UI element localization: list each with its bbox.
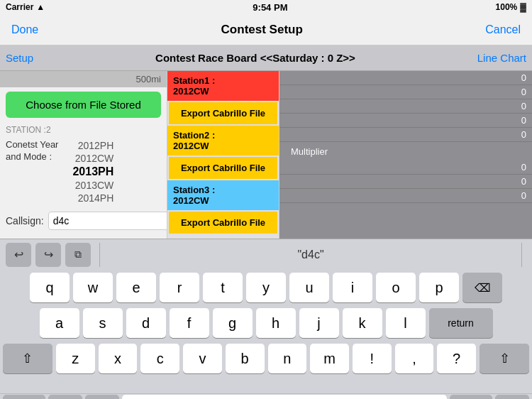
- export-cabrillo-3-button[interactable]: Export Cabrillo File: [169, 212, 277, 234]
- autocomplete-text: "d4c": [297, 248, 323, 261]
- key-c[interactable]: c: [140, 344, 179, 373]
- key-w[interactable]: w: [73, 273, 113, 302]
- key-e[interactable]: e: [116, 273, 156, 302]
- bottom-bar: .?123 ☺ 🎤 .?123 ⌨: [0, 393, 532, 399]
- keyboard-dismiss-button[interactable]: ⌨: [495, 395, 529, 400]
- key-r[interactable]: r: [160, 273, 199, 302]
- keyboard-area: ↩ ↪ ⧉ "d4c" q w e r t y u i o p ⌫ a: [0, 239, 532, 399]
- data-row-2: 0: [279, 99, 532, 114]
- copy-button[interactable]: ⧉: [65, 243, 91, 267]
- multiplier-row: Multiplier: [279, 142, 532, 160]
- redo-icon: ↪: [44, 248, 53, 261]
- num-pad-button-left[interactable]: .?123: [3, 395, 45, 400]
- key-a[interactable]: a: [40, 308, 79, 338]
- board-title: Contest Race Board <<Saturday : 0 Z>>: [33, 52, 477, 64]
- key-exclaim[interactable]: !: [353, 344, 392, 373]
- emoji-button[interactable]: ☺: [48, 395, 82, 400]
- key-return[interactable]: return: [429, 308, 493, 338]
- station-1-header: Station1 :2012CW: [167, 71, 279, 101]
- callsign-row: 500mi: [0, 71, 167, 87]
- left-panel: 500mi Choose from File Stored STATION :2…: [0, 71, 167, 239]
- key-p[interactable]: p: [419, 273, 459, 302]
- key-s[interactable]: s: [83, 308, 123, 338]
- callsign-input[interactable]: [48, 212, 167, 230]
- year-option-2012ph[interactable]: 2012PH: [72, 139, 113, 152]
- battery-label: 100%: [496, 2, 518, 12]
- key-x[interactable]: x: [99, 344, 138, 373]
- data-row-4: 0: [279, 128, 532, 142]
- year-mode-label: Conetst Year and Mode :: [6, 139, 70, 163]
- key-v[interactable]: v: [183, 344, 222, 373]
- key-b[interactable]: b: [226, 344, 265, 373]
- key-l[interactable]: l: [386, 308, 426, 338]
- export-cabrillo-2-button[interactable]: Export Cabrillo File: [169, 157, 277, 179]
- copy-icon: ⧉: [74, 248, 82, 261]
- data-row-0: 0: [279, 71, 532, 85]
- keyboard-row-1: q w e r t y u i o p ⌫: [3, 273, 529, 302]
- station-3-block: Station3 :2012CW Export Cabrillo File: [167, 180, 279, 234]
- undo-button[interactable]: ↩: [6, 243, 31, 267]
- station-3-header: Station3 :2012CW: [167, 180, 279, 210]
- status-bar: Carrier ▲ 9:54 PM 100% ▓: [0, 0, 532, 14]
- multiplier-label: Multiplier: [285, 143, 333, 160]
- key-j[interactable]: j: [299, 308, 339, 338]
- line-chart-link[interactable]: Line Chart: [477, 52, 526, 64]
- nav-right: Cancel: [480, 21, 526, 39]
- key-shift-right[interactable]: ⇧: [480, 344, 529, 373]
- key-d[interactable]: d: [126, 308, 166, 338]
- status-left: Carrier ▲: [6, 2, 45, 12]
- mic-button[interactable]: 🎤: [85, 395, 119, 400]
- nav-bar: Done Contest Setup Cancel: [0, 14, 532, 45]
- key-t[interactable]: t: [203, 273, 243, 302]
- num-pad-button-right[interactable]: .?123: [450, 395, 492, 400]
- space-button[interactable]: [122, 395, 447, 400]
- data-rows: 0 0 0 0 0 Multiplier 0 0 0: [279, 71, 532, 239]
- year-option-2013cw[interactable]: 2013CW: [72, 179, 113, 192]
- key-q[interactable]: q: [30, 273, 70, 302]
- key-z[interactable]: z: [56, 344, 95, 373]
- key-n[interactable]: n: [268, 344, 307, 373]
- callsign-display: 500mi: [136, 74, 161, 84]
- key-h[interactable]: h: [256, 308, 296, 338]
- year-option-2012cw[interactable]: 2012CW: [72, 152, 113, 165]
- carrier-label: Carrier: [6, 2, 33, 12]
- key-y[interactable]: y: [246, 273, 286, 302]
- key-question[interactable]: ?: [437, 344, 476, 373]
- keyboard-toolbar: ↩ ↪ ⧉ "d4c": [0, 239, 532, 270]
- battery-icon: ▓: [520, 2, 526, 12]
- station-2-block: Station2 :2012CW Export Cabrillo File: [167, 126, 279, 179]
- key-k[interactable]: k: [343, 308, 382, 338]
- key-comma[interactable]: ,: [395, 344, 434, 373]
- cancel-button[interactable]: Cancel: [480, 21, 526, 39]
- data-row-6: 0: [279, 175, 532, 189]
- key-i[interactable]: i: [333, 273, 372, 302]
- undo-icon: ↩: [14, 248, 23, 261]
- done-button[interactable]: Done: [6, 21, 44, 39]
- station-2-header: Station2 :2012CW: [167, 126, 279, 155]
- callsign-input-row: Callsign:: [0, 207, 167, 234]
- autocomplete-bar[interactable]: "d4c": [99, 243, 522, 267]
- main-content: 500mi Choose from File Stored STATION :2…: [0, 71, 532, 239]
- sub-nav-bar: Setup Contest Race Board <<Saturday : 0 …: [0, 45, 532, 71]
- key-shift-left[interactable]: ⇧: [3, 344, 52, 373]
- setup-link[interactable]: Setup: [6, 52, 33, 64]
- year-option-2013ph[interactable]: 2013PH: [72, 165, 113, 179]
- keyboard-row-2: a s d f g h j k l return: [3, 308, 529, 338]
- key-f[interactable]: f: [170, 308, 209, 338]
- callsign-input-label: Callsign:: [6, 215, 44, 226]
- key-m[interactable]: m: [310, 344, 349, 373]
- key-backspace[interactable]: ⌫: [462, 273, 502, 302]
- redo-button[interactable]: ↪: [35, 243, 61, 267]
- data-row-1: 0: [279, 85, 532, 99]
- station-1-block: Station1 :2012CW Export Cabrillo File: [167, 71, 279, 124]
- status-time: 9:54 PM: [253, 2, 287, 13]
- year-option-2014ph[interactable]: 2014PH: [72, 192, 113, 204]
- key-g[interactable]: g: [213, 308, 253, 338]
- keyboard-row-3: ⇧ z x c v b n m ! , ? ⇧: [3, 344, 529, 373]
- nav-title: Contest Setup: [44, 23, 480, 37]
- station-label: STATION :2: [0, 122, 167, 136]
- key-o[interactable]: o: [376, 273, 416, 302]
- export-cabrillo-1-button[interactable]: Export Cabrillo File: [169, 102, 277, 124]
- choose-file-button[interactable]: Choose from File Stored: [6, 92, 161, 118]
- key-u[interactable]: u: [289, 273, 329, 302]
